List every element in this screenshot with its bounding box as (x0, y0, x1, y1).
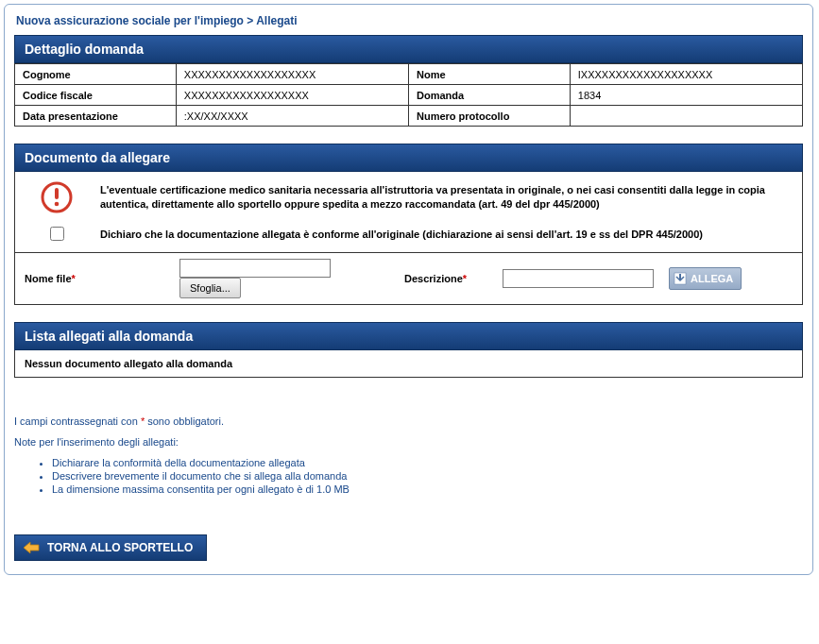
file-label: Nome file (25, 273, 72, 284)
svg-rect-4 (679, 274, 681, 280)
value-codice-fiscale: XXXXXXXXXXXXXXXXXX (176, 85, 408, 106)
label-cognome: Cognome (15, 64, 177, 85)
browse-button[interactable]: Sfoglia... (179, 278, 241, 298)
desc-label: Descrizione (404, 273, 463, 284)
file-row: Nome file* Sfoglia... Descrizione* (15, 252, 802, 304)
warning-icon (41, 181, 73, 213)
desc-input-cell (503, 269, 663, 288)
allega-button-label: ALLEGA (691, 273, 733, 284)
list-section-header: Lista allegati alla domanda (14, 322, 803, 350)
table-row: Codice fiscale XXXXXXXXXXXXXXXXXX Domand… (15, 85, 803, 106)
desc-label-cell: Descrizione* (393, 273, 497, 284)
notes-item: Dichiarare la conformità della documenta… (52, 457, 803, 468)
allega-button[interactable]: ALLEGA (669, 267, 742, 290)
warning-row: L'eventuale certificazione medico sanita… (15, 172, 802, 223)
label-domanda: Domanda (408, 85, 570, 106)
declare-checkbox[interactable] (50, 227, 64, 241)
value-domanda: 1834 (570, 85, 802, 106)
breadcrumb-root[interactable]: Nuova assicurazione sociale per l'impieg… (16, 14, 244, 27)
label-data-presentazione: Data presentazione (15, 106, 177, 127)
breadcrumb-sep: > (244, 14, 256, 27)
label-codice-fiscale: Codice fiscale (15, 85, 177, 106)
warning-text: L'eventuale certificazione medico sanita… (100, 183, 789, 212)
breadcrumb-current: Allegati (256, 14, 297, 27)
value-data-presentazione: :XX/XX/XXXX (176, 106, 408, 127)
required-marker: * (72, 273, 76, 284)
declare-checkbox-cell (28, 227, 85, 241)
label-numero-protocollo: Numero protocollo (408, 106, 570, 127)
svg-point-2 (55, 202, 60, 207)
back-button[interactable]: TORNA ALLO SPORTELLO (14, 534, 207, 561)
list-section: Lista allegati alla domanda Nessun docum… (14, 322, 803, 378)
attach-section-header: Documento da allegare (14, 144, 803, 172)
description-input[interactable] (503, 269, 654, 288)
page-frame: Nuova assicurazione sociale per l'impieg… (4, 4, 813, 575)
back-arrow-icon (23, 541, 40, 554)
breadcrumb: Nuova assicurazione sociale per l'impieg… (14, 10, 803, 35)
notes-list: Dichiarare la conformità della documenta… (14, 457, 803, 495)
mandatory-prefix: I campi contrassegnati con (14, 415, 141, 427)
notes: I campi contrassegnati con * sono obblig… (14, 415, 803, 495)
detail-table: Cognome XXXXXXXXXXXXXXXXXXX Nome IXXXXXX… (14, 63, 803, 127)
mandatory-note: I campi contrassegnati con * sono obblig… (14, 415, 803, 427)
detail-section: Dettaglio domanda Cognome XXXXXXXXXXXXXX… (14, 35, 803, 127)
table-row: Cognome XXXXXXXXXXXXXXXXXXX Nome IXXXXXX… (15, 64, 803, 85)
warning-icon-cell (28, 181, 85, 213)
back-button-label: TORNA ALLO SPORTELLO (47, 541, 193, 554)
declare-text: Dichiaro che la documentazione allegata … (100, 229, 789, 240)
value-cognome: XXXXXXXXXXXXXXXXXXX (176, 64, 408, 85)
attach-icon (674, 272, 687, 285)
mandatory-suffix: sono obbligatori. (145, 415, 224, 427)
notes-title: Note per l'inserimento degli allegati: (14, 436, 803, 448)
notes-item: Descrivere brevemente il documento che s… (52, 470, 803, 482)
declare-row: Dichiaro che la documentazione allegata … (15, 223, 802, 252)
attach-panel: L'eventuale certificazione medico sanita… (14, 172, 803, 305)
list-empty-text: Nessun documento allegato alla domanda (25, 358, 232, 369)
file-name-input[interactable] (179, 259, 331, 278)
table-row: Data presentazione :XX/XX/XXXX Numero pr… (15, 106, 803, 127)
required-marker: * (463, 273, 467, 284)
label-nome: Nome (408, 64, 570, 85)
file-input-cell: Sfoglia... (179, 259, 387, 298)
attach-section: Documento da allegare L'eventuale certif… (14, 144, 803, 305)
value-numero-protocollo (570, 106, 802, 127)
allega-button-cell: ALLEGA (669, 267, 742, 290)
value-nome: IXXXXXXXXXXXXXXXXXXX (570, 64, 802, 85)
svg-rect-1 (55, 188, 59, 199)
list-body: Nessun documento allegato alla domanda (14, 350, 803, 378)
file-label-cell: Nome file* (23, 273, 174, 284)
notes-item: La dimensione massima consentita per ogn… (52, 483, 803, 495)
detail-section-header: Dettaglio domanda (14, 35, 803, 63)
